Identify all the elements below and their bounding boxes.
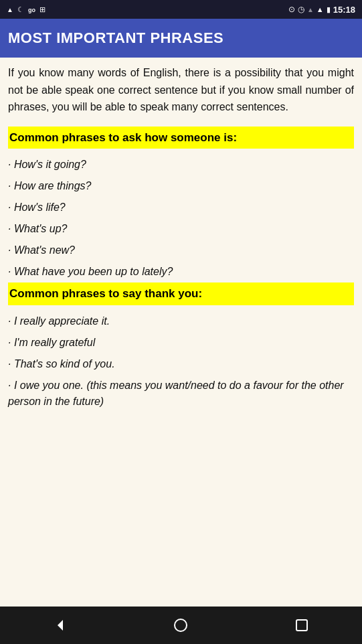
- image-icon: [39, 5, 46, 14]
- status-time: 15:18: [333, 5, 355, 15]
- status-bar: 15:18: [0, 0, 362, 19]
- phrase-item: · How's it going?: [8, 154, 354, 175]
- phrase-item-long: · I owe you one. (this means you want/ne…: [8, 375, 354, 412]
- back-button[interactable]: [48, 613, 72, 637]
- svg-rect-2: [296, 620, 307, 631]
- recent-button[interactable]: [290, 613, 314, 637]
- page-title: MOST IMPORTANT PHRASES: [8, 29, 354, 47]
- triangle-icon: [7, 5, 13, 14]
- intro-paragraph: If you know many words of English, there…: [8, 64, 354, 116]
- phrase-item: · What have you been up to lately?: [8, 261, 354, 283]
- section-ask-how-heading: Common phrases to ask how someone is:: [8, 127, 354, 149]
- status-bar-right: 15:18: [288, 5, 355, 15]
- phrase-item: · I really appreciate it.: [8, 311, 354, 332]
- navigation-bar: [0, 607, 362, 644]
- recent-icon: [294, 617, 310, 633]
- svg-point-1: [175, 619, 187, 631]
- home-button[interactable]: [169, 613, 193, 637]
- home-icon: [173, 617, 189, 633]
- battery-icon: [327, 5, 331, 14]
- signal-low-icon: [307, 5, 314, 14]
- status-bar-left: [7, 5, 46, 14]
- section-thank-you-heading: Common phrases to say thank you:: [8, 283, 354, 305]
- go-icon: [28, 5, 35, 14]
- signal-high-icon: [316, 5, 324, 14]
- target-icon: [288, 5, 295, 14]
- main-content: If you know many words of English, there…: [0, 58, 362, 607]
- phrase-item: · I'm really grateful: [8, 332, 354, 353]
- phrase-item: · How's life?: [8, 197, 354, 218]
- phrase-item: · What's new?: [8, 240, 354, 261]
- phrase-item: · How are things?: [8, 175, 354, 197]
- moon-icon: [17, 5, 24, 14]
- app-header: MOST IMPORTANT PHRASES: [0, 19, 362, 58]
- phrase-item: · What's up?: [8, 218, 354, 240]
- svg-marker-0: [58, 620, 63, 631]
- phrase-item: · That's so kind of you.: [8, 353, 354, 375]
- clock-icon: [298, 5, 304, 14]
- back-icon: [52, 617, 68, 633]
